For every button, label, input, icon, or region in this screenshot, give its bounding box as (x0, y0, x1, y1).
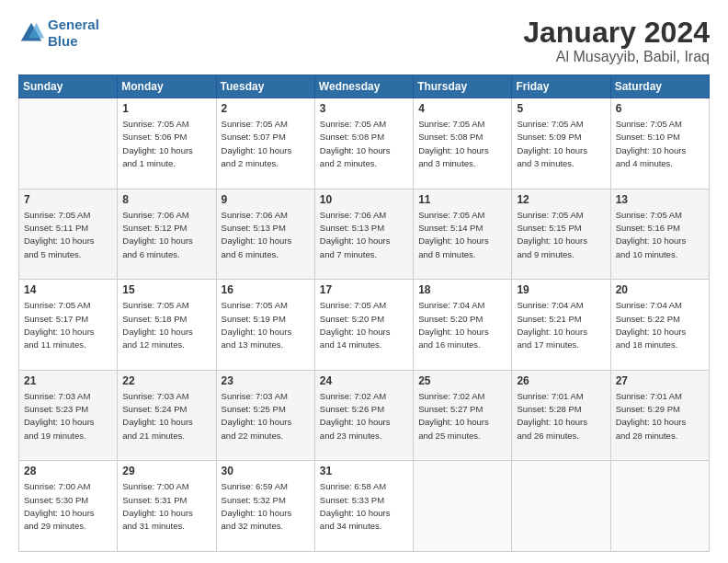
day-info: Sunrise: 7:05 AMSunset: 5:17 PMDaylight:… (24, 299, 112, 351)
logo-icon (18, 20, 44, 46)
calendar-cell-w2-d1: 7Sunrise: 7:05 AMSunset: 5:11 PMDaylight… (19, 189, 118, 280)
day-info: Sunrise: 7:02 AMSunset: 5:27 PMDaylight:… (418, 390, 506, 442)
day-number: 4 (418, 102, 506, 115)
calendar-cell-w2-d7: 13Sunrise: 7:05 AMSunset: 5:16 PMDayligh… (610, 189, 709, 280)
day-number: 9 (222, 193, 310, 206)
logo-line1: General (48, 17, 99, 32)
day-info: Sunrise: 7:05 AMSunset: 5:20 PMDaylight:… (320, 299, 408, 351)
logo-line2: Blue (48, 33, 78, 49)
calendar-cell-w1-d2: 1Sunrise: 7:05 AMSunset: 5:06 PMDaylight… (118, 98, 216, 190)
day-info: Sunrise: 7:06 AMSunset: 5:12 PMDaylight:… (122, 209, 210, 261)
day-number: 14 (24, 283, 112, 296)
header-monday: Monday (118, 75, 216, 98)
page: General Blue January 2024 Al Musayyib, B… (0, 0, 728, 563)
calendar-cell-w5-d3: 30Sunrise: 6:59 AMSunset: 5:32 PMDayligh… (216, 461, 314, 552)
day-info: Sunrise: 7:06 AMSunset: 5:13 PMDaylight:… (222, 209, 310, 261)
day-number: 25 (418, 374, 506, 387)
day-number: 12 (517, 193, 605, 206)
header-friday: Friday (512, 75, 610, 98)
calendar-cell-w5-d7 (610, 461, 709, 552)
calendar-cell-w1-d1 (19, 98, 118, 190)
day-number: 27 (616, 374, 704, 387)
day-number: 20 (616, 283, 704, 296)
day-number: 2 (222, 102, 310, 115)
logo-text: General Blue (48, 17, 99, 50)
day-info: Sunrise: 7:05 AMSunset: 5:06 PMDaylight:… (122, 118, 210, 170)
day-info: Sunrise: 7:04 AMSunset: 5:20 PMDaylight:… (418, 299, 506, 351)
calendar-table: Sunday Monday Tuesday Wednesday Thursday… (18, 75, 710, 552)
day-info: Sunrise: 7:05 AMSunset: 5:11 PMDaylight:… (24, 209, 112, 261)
calendar-cell-w4-d6: 26Sunrise: 7:01 AMSunset: 5:28 PMDayligh… (512, 370, 610, 461)
header-thursday: Thursday (414, 75, 512, 98)
calendar-cell-w3-d5: 18Sunrise: 7:04 AMSunset: 5:20 PMDayligh… (414, 280, 512, 371)
calendar-cell-w1-d7: 6Sunrise: 7:05 AMSunset: 5:10 PMDaylight… (610, 98, 709, 190)
calendar-cell-w4-d1: 21Sunrise: 7:03 AMSunset: 5:23 PMDayligh… (19, 370, 118, 461)
day-number: 24 (320, 374, 408, 387)
calendar-cell-w3-d6: 19Sunrise: 7:04 AMSunset: 5:21 PMDayligh… (512, 280, 610, 371)
day-info: Sunrise: 7:01 AMSunset: 5:29 PMDaylight:… (616, 390, 704, 442)
day-info: Sunrise: 7:03 AMSunset: 5:25 PMDaylight:… (222, 390, 310, 442)
week-row-4: 21Sunrise: 7:03 AMSunset: 5:23 PMDayligh… (19, 370, 710, 461)
week-row-3: 14Sunrise: 7:05 AMSunset: 5:17 PMDayligh… (19, 280, 710, 371)
calendar-cell-w3-d7: 20Sunrise: 7:04 AMSunset: 5:22 PMDayligh… (610, 280, 709, 371)
day-number: 7 (24, 193, 112, 206)
week-row-1: 1Sunrise: 7:05 AMSunset: 5:06 PMDaylight… (19, 98, 710, 190)
day-info: Sunrise: 7:05 AMSunset: 5:15 PMDaylight:… (517, 209, 605, 261)
calendar-cell-w1-d4: 3Sunrise: 7:05 AMSunset: 5:08 PMDaylight… (314, 98, 413, 190)
day-info: Sunrise: 6:58 AMSunset: 5:33 PMDaylight:… (320, 480, 408, 533)
calendar-cell-w1-d6: 5Sunrise: 7:05 AMSunset: 5:09 PMDaylight… (512, 98, 610, 190)
day-info: Sunrise: 7:05 AMSunset: 5:18 PMDaylight:… (122, 299, 210, 351)
calendar-title: January 2024 (523, 17, 710, 49)
calendar-cell-w1-d3: 2Sunrise: 7:05 AMSunset: 5:07 PMDaylight… (216, 98, 314, 190)
day-info: Sunrise: 7:00 AMSunset: 5:31 PMDaylight:… (122, 480, 210, 533)
calendar-cell-w3-d3: 16Sunrise: 7:05 AMSunset: 5:19 PMDayligh… (216, 280, 314, 371)
day-info: Sunrise: 7:04 AMSunset: 5:21 PMDaylight:… (517, 299, 605, 351)
day-number: 22 (122, 374, 210, 387)
day-number: 31 (320, 465, 408, 477)
calendar-cell-w4-d3: 23Sunrise: 7:03 AMSunset: 5:25 PMDayligh… (216, 370, 314, 461)
day-info: Sunrise: 7:03 AMSunset: 5:23 PMDaylight:… (24, 390, 112, 442)
day-info: Sunrise: 7:00 AMSunset: 5:30 PMDaylight:… (24, 480, 112, 533)
week-row-2: 7Sunrise: 7:05 AMSunset: 5:11 PMDaylight… (19, 189, 710, 280)
day-number: 15 (122, 283, 210, 296)
weekday-header-row: Sunday Monday Tuesday Wednesday Thursday… (19, 75, 710, 98)
day-number: 13 (616, 193, 704, 206)
calendar-cell-w5-d1: 28Sunrise: 7:00 AMSunset: 5:30 PMDayligh… (19, 461, 118, 552)
day-info: Sunrise: 7:05 AMSunset: 5:10 PMDaylight:… (616, 118, 704, 170)
header-wednesday: Wednesday (314, 75, 413, 98)
day-info: Sunrise: 7:05 AMSunset: 5:16 PMDaylight:… (616, 209, 704, 261)
day-info: Sunrise: 7:05 AMSunset: 5:14 PMDaylight:… (418, 209, 506, 261)
calendar-cell-w5-d6 (512, 461, 610, 552)
day-number: 23 (222, 374, 310, 387)
day-number: 5 (517, 102, 605, 115)
logo: General Blue (18, 17, 99, 50)
calendar-cell-w2-d4: 10Sunrise: 7:06 AMSunset: 5:13 PMDayligh… (314, 189, 413, 280)
week-row-5: 28Sunrise: 7:00 AMSunset: 5:30 PMDayligh… (19, 461, 710, 552)
day-number: 28 (24, 465, 112, 477)
day-info: Sunrise: 7:01 AMSunset: 5:28 PMDaylight:… (517, 390, 605, 442)
title-block: January 2024 Al Musayyib, Babil, Iraq (523, 17, 710, 65)
day-number: 8 (122, 193, 210, 206)
day-info: Sunrise: 7:06 AMSunset: 5:13 PMDaylight:… (320, 209, 408, 261)
day-info: Sunrise: 7:05 AMSunset: 5:09 PMDaylight:… (517, 118, 605, 170)
day-number: 19 (517, 283, 605, 296)
day-info: Sunrise: 6:59 AMSunset: 5:32 PMDaylight:… (222, 480, 310, 533)
calendar-cell-w5-d5 (414, 461, 512, 552)
calendar-cell-w4-d5: 25Sunrise: 7:02 AMSunset: 5:27 PMDayligh… (414, 370, 512, 461)
calendar-cell-w4-d7: 27Sunrise: 7:01 AMSunset: 5:29 PMDayligh… (610, 370, 709, 461)
calendar-cell-w3-d2: 15Sunrise: 7:05 AMSunset: 5:18 PMDayligh… (118, 280, 216, 371)
calendar-subtitle: Al Musayyib, Babil, Iraq (523, 49, 710, 65)
header-sunday: Sunday (19, 75, 118, 98)
header-saturday: Saturday (610, 75, 709, 98)
calendar-cell-w5-d2: 29Sunrise: 7:00 AMSunset: 5:31 PMDayligh… (118, 461, 216, 552)
header-tuesday: Tuesday (216, 75, 314, 98)
day-number: 6 (616, 102, 704, 115)
day-info: Sunrise: 7:05 AMSunset: 5:19 PMDaylight:… (222, 299, 310, 351)
day-info: Sunrise: 7:04 AMSunset: 5:22 PMDaylight:… (616, 299, 704, 351)
calendar-cell-w2-d3: 9Sunrise: 7:06 AMSunset: 5:13 PMDaylight… (216, 189, 314, 280)
day-info: Sunrise: 7:05 AMSunset: 5:07 PMDaylight:… (222, 118, 310, 170)
day-number: 1 (122, 102, 210, 115)
calendar-cell-w5-d4: 31Sunrise: 6:58 AMSunset: 5:33 PMDayligh… (314, 461, 413, 552)
day-number: 11 (418, 193, 506, 206)
day-number: 17 (320, 283, 408, 296)
